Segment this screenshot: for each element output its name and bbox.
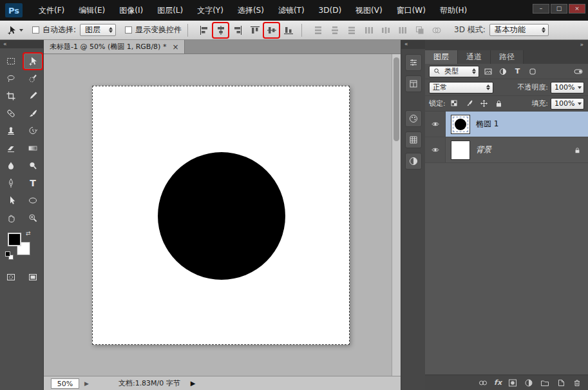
swap-colors-icon[interactable]: ⇄ — [26, 230, 31, 237]
brush-tool[interactable] — [24, 106, 42, 121]
dock-icon-adjustments[interactable] — [405, 153, 422, 170]
blend-mode-dropdown[interactable]: 正常 — [429, 82, 493, 93]
layer-thumbnail[interactable] — [451, 141, 470, 160]
filter-adjustment-layers-button[interactable] — [497, 66, 509, 77]
history-brush-tool[interactable] — [24, 123, 42, 139]
align-top-edges-button[interactable] — [247, 23, 262, 37]
tab-layers[interactable]: 图层 — [425, 50, 458, 64]
dock-icon-info[interactable] — [405, 75, 422, 92]
align-vertical-centers-button[interactable] — [264, 23, 279, 37]
menu-edit[interactable]: 编辑(E) — [71, 0, 112, 21]
move-tool[interactable] — [24, 54, 42, 69]
tool-preset-picker[interactable] — [6, 25, 23, 35]
panel-collapse-handle[interactable]: » — [425, 40, 588, 50]
menu-filter[interactable]: 滤镜(T) — [271, 0, 312, 21]
layer-row-ellipse[interactable]: 椭圆 1 — [425, 112, 588, 137]
type-tool[interactable]: T — [24, 175, 42, 191]
new-layer-button[interactable] — [556, 378, 566, 388]
pen-tool[interactable] — [2, 175, 20, 191]
distribute-horizontal-centers-button[interactable] — [378, 23, 393, 37]
lock-position-button[interactable] — [478, 98, 490, 110]
align-bottom-edges-button[interactable] — [281, 23, 296, 37]
dock-expand-handle[interactable]: « — [401, 40, 425, 49]
ellipse-shape[interactable] — [158, 152, 285, 280]
crop-tool[interactable] — [2, 88, 20, 104]
document-tab[interactable]: 未标题-1 @ 50% (椭圆 1, RGB/8) * × — [44, 40, 185, 54]
status-options-arrow[interactable]: ▶ — [191, 380, 196, 387]
menu-layer[interactable]: 图层(L) — [150, 0, 190, 21]
quick-mask-mode-button[interactable] — [2, 269, 20, 285]
auto-align-layers-button[interactable] — [412, 23, 427, 37]
gradient-tool[interactable] — [24, 141, 42, 156]
layer-name[interactable]: 椭圆 1 — [476, 119, 498, 130]
distribute-top-edges-button[interactable] — [310, 23, 325, 37]
filter-toggle-switch[interactable] — [572, 66, 584, 77]
eraser-tool[interactable] — [2, 141, 20, 156]
tab-close-icon[interactable]: × — [172, 43, 178, 51]
menu-help[interactable]: 帮助(H) — [433, 0, 474, 21]
new-adjustment-layer-button[interactable] — [524, 378, 534, 388]
auto-blend-layers-button[interactable] — [429, 23, 444, 37]
layer-style-button[interactable]: fx — [494, 378, 502, 387]
new-group-button[interactable] — [540, 378, 550, 388]
filter-pixel-layers-button[interactable] — [482, 66, 494, 77]
distribute-vertical-centers-button[interactable] — [327, 23, 342, 37]
blur-tool[interactable] — [2, 158, 20, 173]
tab-paths[interactable]: 路径 — [491, 50, 524, 64]
canvas[interactable] — [92, 86, 350, 345]
3d-mode-dropdown[interactable]: 基本功能 — [489, 24, 549, 36]
menu-3d[interactable]: 3D(D) — [312, 0, 348, 21]
menu-window[interactable]: 窗口(W) — [390, 0, 433, 21]
ellipse-shape-tool[interactable] — [24, 193, 42, 208]
default-foreground-swatch[interactable] — [5, 251, 10, 257]
eyedropper-tool[interactable] — [24, 88, 42, 104]
layer-row-main[interactable]: 背景 — [446, 137, 588, 162]
dock-icon-properties[interactable] — [405, 54, 422, 71]
distribute-left-edges-button[interactable] — [361, 23, 376, 37]
align-horizontal-centers-button[interactable] — [213, 23, 228, 37]
menu-file[interactable]: 文件(F) — [32, 0, 71, 21]
path-selection-tool[interactable] — [2, 193, 20, 208]
distribute-bottom-edges-button[interactable] — [344, 23, 359, 37]
filter-kind-dropdown[interactable]: 类型 — [429, 66, 479, 77]
lock-all-button[interactable] — [493, 98, 505, 110]
dodge-tool[interactable] — [24, 158, 42, 173]
lasso-tool[interactable] — [2, 71, 20, 86]
dock-icon-swatches[interactable] — [405, 132, 422, 148]
auto-select-checkbox[interactable] — [32, 26, 39, 34]
layer-name[interactable]: 背景 — [476, 144, 491, 155]
rectangular-marquee-tool[interactable] — [2, 54, 20, 69]
menu-type[interactable]: 文字(Y) — [190, 0, 231, 21]
foreground-color-swatch[interactable] — [8, 233, 21, 246]
distribute-right-edges-button[interactable] — [395, 23, 410, 37]
show-transform-checkbox[interactable] — [125, 26, 132, 34]
lock-pixels-button[interactable] — [463, 98, 475, 110]
menu-select[interactable]: 选择(S) — [231, 0, 271, 21]
layer-row-background[interactable]: 背景 — [425, 137, 588, 163]
visibility-cell[interactable] — [425, 112, 446, 137]
toolbox-collapse-handle[interactable]: « — [0, 40, 43, 48]
clone-stamp-tool[interactable] — [2, 123, 20, 139]
link-layers-button[interactable] — [478, 378, 488, 388]
lock-transparency-button[interactable] — [448, 98, 460, 110]
filter-shape-layers-button[interactable] — [526, 66, 538, 77]
layer-row-main[interactable]: 椭圆 1 — [446, 112, 588, 137]
add-layer-mask-button[interactable] — [507, 378, 518, 388]
auto-select-dropdown[interactable]: 图层 — [80, 24, 116, 36]
quick-selection-tool[interactable] — [24, 71, 42, 86]
vertical-scrollbar[interactable] — [392, 54, 401, 376]
delete-layer-button[interactable] — [572, 378, 582, 388]
layer-thumbnail[interactable] — [451, 115, 470, 134]
close-button[interactable]: × — [569, 4, 585, 14]
visibility-cell[interactable] — [425, 137, 446, 162]
filter-type-layers-button[interactable]: T — [511, 66, 524, 77]
menu-view[interactable]: 视图(V) — [348, 0, 390, 21]
menu-image[interactable]: 图像(I) — [112, 0, 150, 21]
spot-healing-brush-tool[interactable] — [2, 106, 20, 121]
hand-tool[interactable] — [2, 210, 20, 226]
dock-icon-color[interactable] — [405, 110, 422, 127]
minimize-button[interactable]: – — [533, 4, 549, 14]
screen-mode-button[interactable] — [24, 269, 42, 285]
fill-dropdown[interactable]: 100% — [551, 98, 584, 110]
zoom-level-field[interactable]: 50% — [51, 378, 79, 389]
